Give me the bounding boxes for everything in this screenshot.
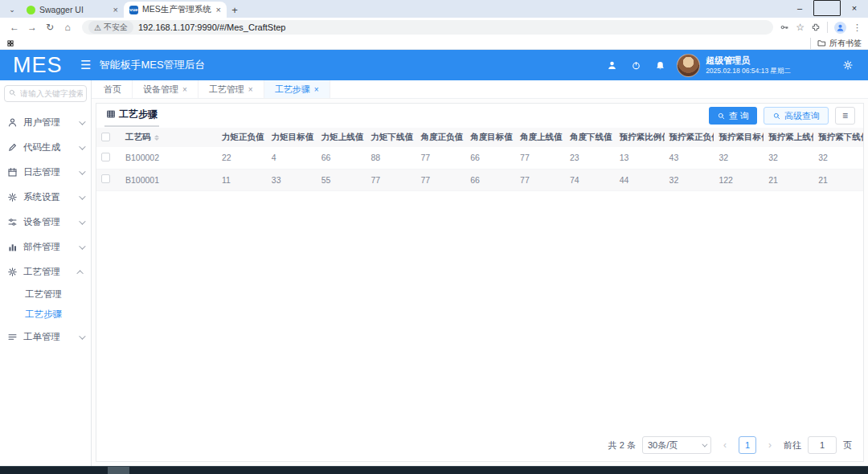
table-cell: 32	[714, 147, 764, 169]
tab-close-icon[interactable]: ×	[216, 5, 221, 14]
checkbox-header	[96, 128, 121, 147]
table-cell: 23	[565, 147, 615, 169]
lock-screen-icon[interactable]	[624, 60, 648, 71]
all-bookmarks-label: 所有书签	[829, 38, 862, 49]
table-cell: 21	[813, 169, 863, 190]
table-row: B1000022246688776677231343323232	[96, 147, 863, 169]
chrome-profile-icon[interactable]	[834, 22, 846, 34]
sidebar-item-label: 用户管理	[23, 116, 79, 129]
column-header[interactable]: 工艺码	[121, 128, 217, 147]
back-icon[interactable]: ←	[6, 19, 23, 35]
table-cell: 77	[416, 169, 465, 190]
page-tab[interactable]: 工艺管理×	[199, 80, 264, 98]
table-cell: 13	[615, 147, 665, 169]
settings-gear-icon[interactable]	[836, 59, 860, 71]
page-tab-close-icon[interactable]: ×	[182, 85, 187, 94]
sidebar-item-label: 工单管理	[23, 331, 79, 343]
chrome-menu-icon[interactable]: ⋮	[853, 22, 862, 33]
reload-icon[interactable]: ↻	[42, 19, 58, 35]
app-logo: MES	[0, 53, 77, 78]
sort-carets-icon[interactable]	[154, 133, 159, 143]
sidebar-subitem[interactable]: 工艺管理	[0, 284, 91, 304]
bookmark-star-icon[interactable]: ☆	[796, 22, 805, 33]
user-avatar[interactable]	[677, 54, 700, 77]
column-menu-button[interactable]: ≡	[835, 107, 855, 125]
tab-close-icon[interactable]: ×	[113, 5, 118, 14]
user-shortcut-icon[interactable]	[600, 60, 624, 71]
password-key-icon[interactable]	[780, 22, 789, 32]
browser-tab-title: MES生产管理系统	[142, 4, 212, 15]
sidebar-item[interactable]: 用户管理	[0, 110, 91, 135]
query-button[interactable]: 查 询	[709, 107, 757, 125]
advanced-query-button[interactable]: 高级查询	[764, 107, 829, 125]
browser-tab[interactable]: vueMES生产管理系统×	[124, 2, 227, 18]
panel-header: 工艺步骤 查 询 高级查询 ≡	[96, 104, 863, 128]
browser-toolbar: ← → ↻ ⌂ ⚠ 不安全 192.168.1.107:9990/#/Mes_C…	[0, 18, 868, 37]
page-unit-label: 页	[843, 439, 852, 452]
address-bar[interactable]: ⚠ 不安全 192.168.1.107:9990/#/Mes_CraftStep	[82, 20, 773, 35]
table-cell: 66	[317, 147, 366, 169]
sidebar-item[interactable]: 工单管理	[0, 325, 91, 349]
column-header: 力矩上线值	[317, 128, 366, 147]
forward-icon[interactable]: →	[24, 19, 40, 35]
table-cell: 74	[565, 169, 615, 190]
home-icon[interactable]: ⌂	[59, 19, 76, 35]
extensions-icon[interactable]	[811, 22, 821, 32]
not-secure-badge[interactable]: ⚠ 不安全	[88, 21, 133, 34]
row-checkbox[interactable]	[101, 174, 110, 183]
sidebar-item[interactable]: 设备管理	[0, 210, 91, 235]
taskbar-active-app-button[interactable]	[108, 467, 129, 474]
prev-page-button[interactable]: ‹	[718, 439, 732, 451]
window-close-button[interactable]: ×	[841, 0, 868, 16]
sidebar-item[interactable]: 代码生成	[0, 135, 91, 160]
url-text: 192.168.1.107:9990/#/Mes_CraftStep	[138, 22, 285, 32]
chevron-down-icon	[79, 143, 85, 149]
page-tab-close-icon[interactable]: ×	[314, 85, 319, 94]
sidebar-item[interactable]: 日志管理	[0, 160, 91, 185]
checkbox-cell	[96, 147, 121, 169]
sidebar-subitem[interactable]: 工艺步骤	[0, 304, 91, 325]
chevron-down-icon	[79, 118, 85, 125]
current-page-button[interactable]: 1	[739, 436, 756, 454]
table-cell: B100001	[121, 169, 217, 190]
chevron-down-icon	[79, 333, 85, 339]
window-controls: – ×	[786, 0, 868, 16]
sidebar-collapse-icon[interactable]: ☰	[80, 58, 91, 72]
page-tab-label: 工艺管理	[209, 84, 244, 96]
page-tab[interactable]: 设备管理×	[133, 80, 199, 98]
select-all-checkbox[interactable]	[101, 133, 110, 141]
apps-grid-icon[interactable]	[6, 39, 14, 47]
page-tab[interactable]: 首页	[93, 80, 133, 98]
table-cell: 32	[764, 147, 813, 169]
browser-tab[interactable]: Swagger UI×	[21, 2, 124, 18]
search-icon	[8, 88, 17, 97]
window-minimize-button[interactable]: –	[786, 0, 813, 16]
new-tab-button[interactable]: +	[227, 2, 243, 18]
sidebar-item[interactable]: 系统设置	[0, 185, 91, 210]
page-tab[interactable]: 工艺步骤×	[264, 80, 330, 98]
page-tab-close-icon[interactable]: ×	[248, 85, 253, 94]
panel-title: 工艺步骤	[119, 108, 158, 121]
sidebar-item[interactable]: 部件管理	[0, 235, 91, 259]
checkbox-cell	[96, 169, 121, 190]
notifications-bell-icon[interactable]	[648, 60, 672, 71]
window-restore-button[interactable]	[813, 0, 841, 16]
calendar-icon	[7, 167, 18, 178]
craft-step-table: 工艺码力矩正负值力矩目标值力矩上线值力矩下线值角度正负值角度目标值角度上线值角度…	[96, 128, 863, 191]
tab-search-chevron-icon[interactable]: ⌄	[3, 2, 21, 18]
sidebar-item[interactable]: 工艺管理	[0, 259, 91, 284]
page-size-select[interactable]: 30条/页	[642, 436, 711, 454]
browser-tabs: Swagger UI×vueMES生产管理系统×	[21, 2, 227, 18]
all-bookmarks-button[interactable]: 所有书签	[810, 38, 862, 49]
chevron-down-icon	[79, 243, 85, 249]
vue-icon: vue	[129, 6, 138, 14]
sidebar-item-label: 系统设置	[23, 191, 79, 203]
page-tab-label: 设备管理	[143, 84, 178, 96]
sidebar-item-label: 代码生成	[23, 141, 79, 153]
page-tab-label: 工艺步骤	[275, 84, 310, 96]
next-page-button[interactable]: ›	[763, 439, 777, 451]
row-checkbox[interactable]	[101, 153, 110, 161]
column-header: 力矩下线值	[366, 128, 416, 147]
goto-page-input[interactable]	[808, 436, 837, 454]
pen-icon	[7, 142, 18, 153]
